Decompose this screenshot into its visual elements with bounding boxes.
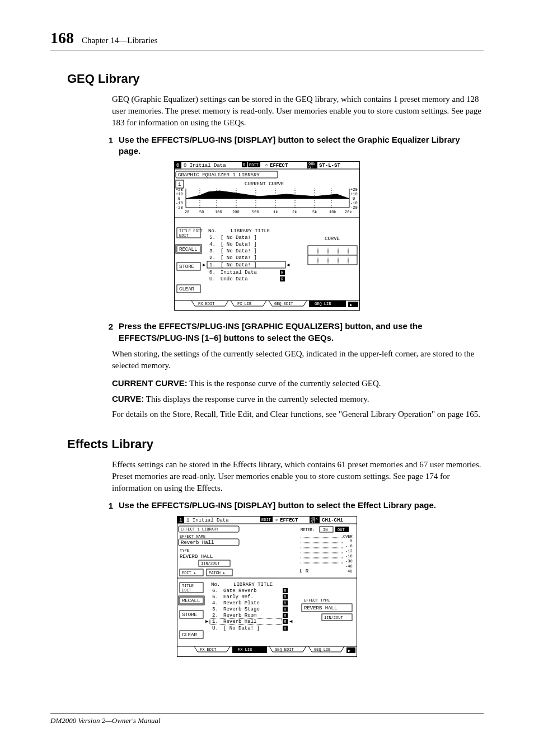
- svg-text:0.: 0.: [209, 270, 216, 275]
- svg-text:200: 200: [232, 210, 240, 214]
- svg-text:5k: 5k: [312, 210, 317, 214]
- header-center: EFFECT: [270, 163, 288, 168]
- geq-step2-body: When storing, the settings of the curren…: [112, 348, 484, 372]
- step-number: 2: [97, 321, 119, 344]
- current-curve-label: CURRENT CURVE: [245, 181, 284, 187]
- svg-text:Reverb Hall: Reverb Hall: [223, 619, 256, 624]
- svg-text:6.: 6.: [212, 588, 218, 594]
- svg-text:-30: -30: [345, 559, 353, 564]
- svg-text:4.: 4.: [212, 600, 218, 606]
- btn-clear[interactable]: CLEAR: [182, 632, 198, 638]
- svg-text:[ No Data! ]: [ No Data! ]: [221, 242, 257, 247]
- svg-text:1.: 1.: [209, 262, 216, 268]
- term-current-curve: CURRENT CURVE:: [112, 378, 188, 388]
- svg-text:-48: -48: [345, 564, 353, 569]
- header-left: 0 Initial Data: [184, 163, 226, 168]
- svg-text:50: 50: [199, 210, 204, 214]
- btn-patch[interactable]: PATCH ▸: [209, 571, 225, 575]
- svg-text:-20: -20: [176, 205, 183, 210]
- list-col-no: No.: [208, 228, 217, 234]
- svg-text:+10: +10: [350, 192, 358, 196]
- svg-text:[ No Data! ]: [ No Data! ]: [221, 235, 257, 241]
- geq-library-screenshot: 0 0 Initial Data R EDIT ◇ EFFECT 96kST S…: [174, 161, 360, 311]
- svg-text:+20: +20: [350, 187, 358, 192]
- tab-row: FX EDIT FX LIB GEQ EDIT GEQ LIB ▶: [191, 300, 358, 307]
- tab-fx-lib[interactable]: FX LIB: [237, 302, 251, 306]
- triangle-left-icon: ◀: [287, 262, 290, 268]
- svg-text:EDIT: EDIT: [182, 588, 191, 593]
- page-header: 168 Chapter 14—Libraries: [50, 27, 484, 50]
- btn-title-edit[interactable]: TITLE: [182, 584, 194, 588]
- term-curve: CURVE:: [112, 394, 144, 403]
- step-text: Use the EFFECTS/PLUG-INS [DISPLAY] butto…: [119, 134, 484, 157]
- svg-text:0: 0: [178, 196, 180, 201]
- header-right: ST-L-ST: [319, 163, 340, 168]
- svg-text:5.: 5.: [212, 594, 218, 600]
- meter-lr: L R: [299, 569, 309, 574]
- svg-text:2k: 2k: [292, 210, 297, 214]
- btn-recall[interactable]: RECALL: [179, 247, 197, 252]
- svg-text:2.: 2.: [212, 613, 218, 618]
- term-current-curve-body: This is the response curve of the curren…: [188, 379, 381, 388]
- svg-text:0: 0: [350, 539, 352, 543]
- svg-text:-10: -10: [350, 201, 358, 205]
- svg-text:3.: 3.: [212, 607, 218, 612]
- svg-text:EDIT: EDIT: [179, 233, 189, 238]
- list-row: 5.: [209, 235, 216, 241]
- triangle-left-icon: ◀: [289, 619, 293, 624]
- page-number: 168: [50, 27, 74, 49]
- btn-store[interactable]: STORE: [179, 264, 194, 270]
- page-label: GRAPHIC EQUALIZER 1 LIBRARY: [178, 172, 260, 178]
- effect-name: Reverb Hall: [181, 540, 214, 546]
- geq-intro: GEQ (Graphic Equalizer) settings can be …: [112, 93, 484, 129]
- svg-text:[ No Data! ]: [ No Data! ]: [223, 626, 260, 631]
- section-heading-geq: GEQ Library: [67, 71, 484, 88]
- header-left: 1 Initial Data: [186, 518, 229, 523]
- tab-geq-edit[interactable]: GEQ EDIT: [275, 647, 294, 652]
- svg-text:Reverb Room: Reverb Room: [223, 613, 256, 618]
- btn-edit[interactable]: EDIT ▸: [182, 571, 196, 575]
- svg-text:10k: 10k: [329, 210, 336, 214]
- curve-label: CURVE: [325, 236, 340, 242]
- svg-text:Undo Data: Undo Data: [221, 276, 248, 282]
- list-col-title: LIBRARY TITLE: [233, 582, 273, 588]
- tab-geq-edit[interactable]: GEQ EDIT: [274, 302, 293, 306]
- btn-recall[interactable]: RECALL: [182, 598, 200, 604]
- tab-fx-edit[interactable]: FX EDIT: [198, 302, 214, 306]
- svg-text:20k: 20k: [345, 210, 352, 214]
- svg-text:0: 0: [353, 196, 355, 201]
- fx-step-1: 1 Use the EFFECTS/PLUG-INS [DISPLAY] but…: [97, 500, 484, 511]
- footer: DM2000 Version 2—Owner's Manual: [50, 713, 484, 726]
- tab-fx-edit[interactable]: FX EDIT: [200, 647, 216, 652]
- btn-clear[interactable]: CLEAR: [179, 287, 195, 292]
- step-number: 1: [97, 134, 119, 157]
- svg-text:-18: -18: [345, 554, 353, 558]
- btn-title-edit[interactable]: TITLE EDIT: [179, 229, 203, 233]
- term-curve-body: This displays the response curve in the …: [144, 395, 369, 403]
- svg-text:+20: +20: [176, 187, 183, 192]
- fx-intro: Effects settings can be stored in the Ef…: [112, 459, 484, 494]
- section-heading-effects: Effects Library: [67, 436, 484, 453]
- geq-num: 1: [178, 182, 181, 187]
- meter-out[interactable]: OUT: [338, 528, 345, 532]
- svg-text:500: 500: [252, 210, 259, 214]
- svg-text:U.: U.: [212, 626, 218, 631]
- effect-type-box: REVERB HALL: [304, 605, 337, 611]
- diamond-icon: ◇: [275, 518, 278, 522]
- svg-text:3.: 3.: [209, 248, 216, 254]
- tab-fx-lib[interactable]: FX LIB: [238, 647, 252, 652]
- effect-io: 1IN/2OUT: [201, 561, 220, 566]
- meter-in[interactable]: IN: [323, 528, 327, 532]
- svg-text:EDIT: EDIT: [249, 163, 259, 167]
- svg-text:Early Ref.: Early Ref.: [223, 594, 254, 600]
- tab-geq-lib[interactable]: GEQ LIB: [315, 302, 331, 306]
- btn-store[interactable]: STORE: [182, 612, 197, 618]
- effect-library-screenshot: 1 1 Initial Data EDIT ◇ EFFECT 48kST CH1…: [177, 516, 357, 657]
- tab-geq-lib[interactable]: GEQ LIB: [314, 647, 330, 652]
- svg-text:[ No Data! ]: [ No Data! ]: [221, 255, 257, 261]
- svg-text:[ No Data! ]: [ No Data! ]: [221, 248, 257, 254]
- effect-type-label: EFFECT TYPE: [304, 598, 330, 603]
- geq-step-1: 1 Use the EFFECTS/PLUG-INS [DISPLAY] but…: [97, 134, 484, 157]
- chapter-title: Chapter 14—Libraries: [82, 35, 157, 46]
- svg-text:1: 1: [179, 518, 182, 523]
